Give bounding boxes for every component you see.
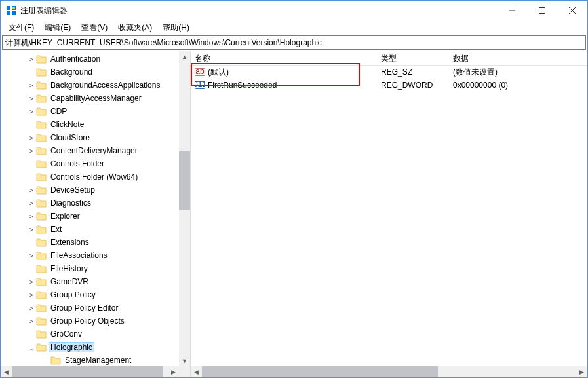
list-horizontal-scrollbar[interactable]: ◀ ▶ (191, 366, 587, 377)
value-row[interactable]: ab(默认)REG_SZ(数值未设置) (191, 66, 587, 79)
folder-icon (36, 198, 47, 208)
svg-point-4 (12, 7, 15, 9)
expand-icon[interactable]: > (27, 134, 36, 142)
collapse-icon[interactable]: ⌄ (27, 344, 36, 351)
folder-icon (36, 81, 47, 90)
expand-icon[interactable]: > (27, 82, 36, 89)
tree-horizontal-scrollbar[interactable]: ◀ ▶ (1, 366, 179, 377)
expand-icon[interactable]: > (27, 56, 36, 63)
folder-icon (36, 133, 47, 142)
tree-item[interactable]: >Authentication (1, 52, 190, 66)
menu-view[interactable]: 查看(V) (76, 21, 113, 35)
value-data: (数值未设置) (449, 67, 580, 78)
folder-icon (36, 172, 47, 181)
folder-icon (36, 251, 47, 260)
tree-vertical-scrollbar[interactable]: ▲ ▼ (179, 51, 190, 366)
value-row[interactable]: 011FirstRunSucceededREG_DWORD0x00000000 … (191, 79, 587, 92)
window-title: 注册表编辑器 (20, 5, 497, 16)
menu-bar: 文件(F) 编辑(E) 查看(V) 收藏夹(A) 帮助(H) (1, 20, 587, 35)
tree-pane: >AuthenticationBackground>BackgroundAcce… (1, 51, 191, 377)
tree-item[interactable]: >Group Policy (1, 288, 190, 301)
scroll-thumb[interactable] (12, 366, 163, 377)
tree-item[interactable]: >DeviceSetup (1, 183, 190, 197)
tree-item[interactable]: >ContentDeliveryManager (1, 144, 190, 157)
expand-icon[interactable]: > (27, 95, 36, 102)
column-name[interactable]: 名称 (191, 51, 377, 65)
scroll-thumb[interactable] (202, 366, 438, 377)
dword-value-icon: 011 (195, 80, 205, 90)
value-type: REG_SZ (377, 67, 449, 77)
tree-item-label: Extensions (49, 238, 90, 247)
svg-rect-2 (7, 11, 10, 15)
app-icon (6, 5, 16, 16)
tree-item[interactable]: >Explorer (1, 210, 190, 223)
expand-icon[interactable]: > (27, 292, 36, 299)
tree-item[interactable]: >CapabilityAccessManager (1, 92, 190, 105)
address-bar[interactable]: 计算机\HKEY_CURRENT_USER\Software\Microsoft… (2, 35, 586, 50)
tree-item[interactable]: >BackgroundAccessApplications (1, 79, 190, 92)
scroll-right-button[interactable]: ▶ (168, 366, 179, 377)
svg-rect-3 (12, 11, 16, 15)
tree-item[interactable]: >Diagnostics (1, 197, 190, 210)
svg-rect-6 (539, 8, 545, 14)
tree-item[interactable]: Controls Folder (Wow64) (1, 170, 190, 183)
tree-item-label: Authentication (49, 54, 102, 64)
expand-icon[interactable]: > (27, 305, 36, 312)
tree-item[interactable]: ⌄Holographic (1, 341, 190, 354)
tree-item[interactable]: StageManagement (1, 354, 190, 366)
expand-icon[interactable]: > (27, 213, 36, 220)
scroll-track[interactable] (12, 366, 168, 377)
column-type[interactable]: 类型 (377, 51, 449, 65)
expand-icon[interactable]: > (27, 318, 36, 325)
expand-icon[interactable]: > (27, 200, 36, 207)
folder-icon (36, 107, 47, 116)
folder-icon (36, 120, 47, 129)
tree-item[interactable]: GrpConv (1, 328, 190, 341)
expand-icon[interactable]: > (27, 147, 36, 155)
scroll-track[interactable] (179, 62, 190, 355)
tree-item[interactable]: Extensions (1, 236, 190, 249)
tree-item[interactable]: >Ext (1, 223, 190, 236)
scroll-track[interactable] (202, 366, 576, 377)
folder-icon (36, 67, 47, 77)
folder-icon (36, 264, 47, 273)
tree-item[interactable]: >Group Policy Editor (1, 301, 190, 314)
tree-item[interactable]: >GameDVR (1, 275, 190, 288)
column-data[interactable]: 数据 (449, 51, 580, 65)
minimize-button[interactable] (497, 1, 527, 20)
scroll-left-button[interactable]: ◀ (1, 366, 12, 377)
tree-item[interactable]: >CDP (1, 105, 190, 118)
tree-item[interactable]: ClickNote (1, 118, 190, 131)
maximize-button[interactable] (527, 1, 557, 20)
menu-help[interactable]: 帮助(H) (157, 21, 195, 35)
expand-icon[interactable]: > (27, 252, 36, 259)
expand-icon[interactable]: > (27, 226, 36, 233)
expand-icon[interactable]: > (27, 187, 36, 194)
tree-item-label: CloudStore (49, 133, 91, 142)
tree-item[interactable]: >FileAssociations (1, 249, 190, 262)
folder-icon (36, 54, 47, 64)
scroll-up-button[interactable]: ▲ (179, 51, 190, 62)
tree-item[interactable]: FileHistory (1, 262, 190, 275)
menu-edit[interactable]: 编辑(E) (39, 21, 76, 35)
menu-file[interactable]: 文件(F) (3, 21, 39, 35)
scroll-thumb[interactable] (179, 151, 190, 210)
registry-tree[interactable]: >AuthenticationBackground>BackgroundAcce… (1, 51, 190, 366)
scroll-right-button[interactable]: ▶ (576, 366, 587, 377)
expand-icon[interactable]: > (27, 108, 36, 115)
tree-item[interactable]: Controls Folder (1, 157, 190, 170)
values-list[interactable]: ab(默认)REG_SZ(数值未设置)011FirstRunSucceededR… (191, 66, 587, 366)
tree-item[interactable]: Background (1, 66, 190, 79)
scroll-down-button[interactable]: ▼ (179, 355, 190, 366)
close-button[interactable] (557, 1, 587, 20)
menu-favorites[interactable]: 收藏夹(A) (113, 21, 157, 35)
folder-icon (36, 146, 47, 155)
tree-item[interactable]: >CloudStore (1, 131, 190, 144)
folder-icon (36, 277, 47, 286)
string-value-icon: ab (195, 67, 205, 77)
expand-icon[interactable]: > (27, 278, 36, 286)
tree-item[interactable]: >Group Policy Objects (1, 314, 190, 328)
scroll-left-button[interactable]: ◀ (191, 366, 202, 377)
folder-icon (50, 356, 61, 365)
tree-item-label: CapabilityAccessManager (49, 94, 143, 103)
